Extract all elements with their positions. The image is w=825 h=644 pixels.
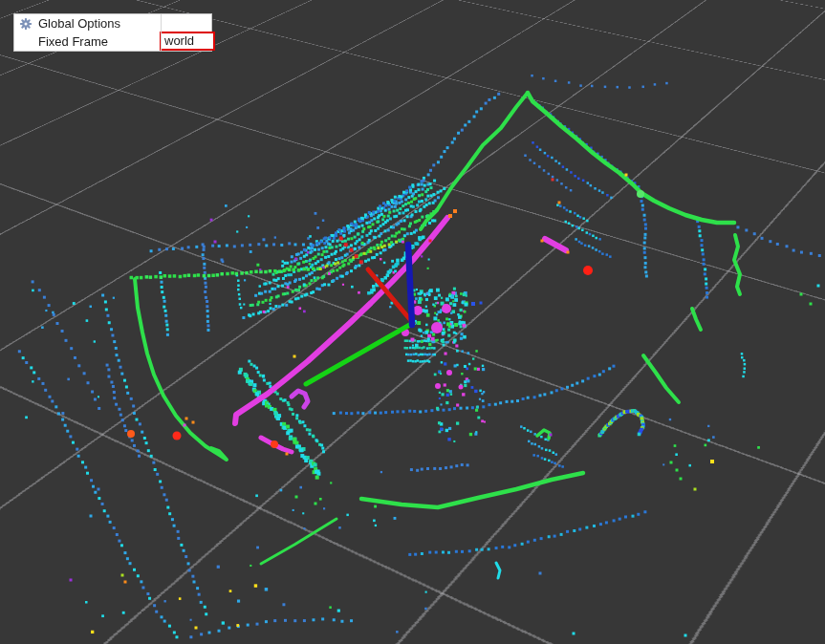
rviz-window: Global Options Fixed Frame world (0, 0, 825, 644)
global-options-label: Global Options (38, 16, 120, 31)
global-options-row[interactable]: Global Options (14, 14, 211, 32)
fixed-frame-value-field[interactable]: world (162, 33, 213, 49)
3d-viewport[interactable] (0, 0, 825, 644)
panel-column-divider (161, 14, 162, 51)
fixed-frame-row[interactable]: Fixed Frame world (14, 32, 211, 51)
gear-icon (19, 17, 33, 31)
global-options-panel: Global Options Fixed Frame world (13, 13, 212, 52)
pointcloud-canvas[interactable] (0, 0, 825, 644)
fixed-frame-label: Fixed Frame (38, 34, 108, 49)
